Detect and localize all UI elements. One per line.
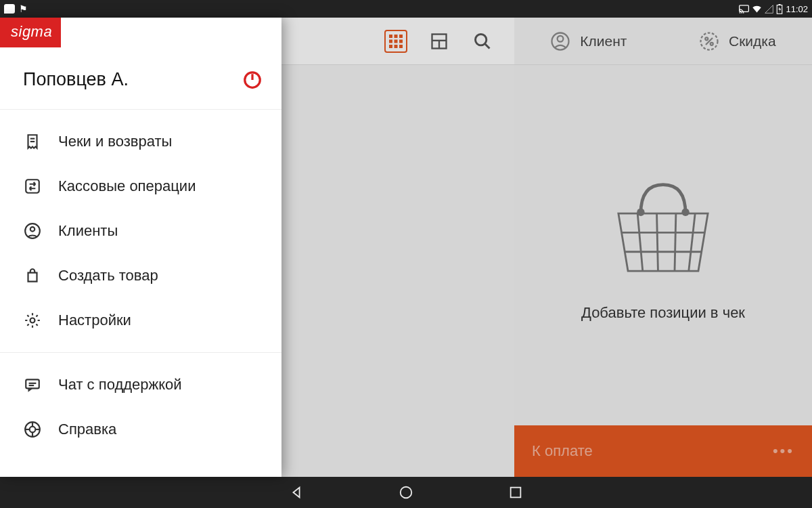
back-icon[interactable] [289,485,304,500]
search-icon[interactable] [471,30,494,53]
status-bar: ⚑ 11:02 [0,0,812,18]
gear-icon [23,311,42,330]
system-navbar [0,477,812,508]
status-icons: 11:02 [739,4,808,14]
menu-label: Кассовые операции [58,177,196,195]
client-label: Клиент [580,33,627,49]
status-time: 11:02 [786,4,808,14]
grid-view-icon[interactable] [384,30,407,53]
menu-item-settings[interactable]: Настройки [0,298,281,343]
menu-item-support-chat[interactable]: Чат с поддержкой [0,362,281,407]
svg-point-48 [401,487,412,499]
menu-label: Клиенты [58,222,118,240]
menu-label: Чеки и возвраты [58,133,172,150]
person-circle-icon [23,221,42,240]
discount-button[interactable]: Скидка [699,31,776,51]
cast-icon [739,5,749,14]
menu-item-cash-ops[interactable]: Кассовые операции [0,164,281,209]
svg-rect-7 [394,39,398,43]
cart-empty-text: Добавьте позиции в чек [581,304,745,322]
menu-item-create-product[interactable]: Создать товар [0,253,281,298]
svg-rect-10 [394,45,398,48]
menu-item-clients[interactable]: Клиенты [0,209,281,253]
client-button[interactable]: Клиент [550,31,627,51]
menu-section-2: Чат с поддержкой Справка [0,353,281,461]
menu-label: Создать товар [58,267,158,284]
svg-line-25 [675,213,676,271]
power-icon[interactable] [242,70,263,90]
svg-point-20 [705,37,708,40]
more-icon[interactable]: ••• [773,442,794,460]
svg-point-38 [30,318,35,323]
home-icon[interactable] [399,485,413,500]
bag-icon [23,266,42,285]
battery-icon [776,4,783,14]
svg-rect-35 [26,179,39,193]
flag-icon: ⚑ [19,4,28,14]
svg-point-15 [476,34,487,45]
svg-rect-9 [389,45,392,48]
svg-rect-49 [511,488,521,498]
svg-rect-5 [399,35,403,38]
swap-icon [23,177,42,196]
menu-item-help[interactable]: Справка [0,407,281,452]
menu-section-1: Чеки и возвраты Кассовые операции Клиент… [0,110,281,352]
signal-icon [765,5,773,14]
discount-icon [699,31,719,51]
recents-icon[interactable] [508,485,523,500]
menu-label: Настройки [58,312,131,329]
pay-button[interactable]: К оплате ••• [514,425,812,477]
svg-point-43 [30,427,36,433]
svg-point-18 [558,35,564,41]
svg-line-22 [706,38,713,45]
svg-rect-8 [399,39,403,43]
svg-line-26 [689,213,695,271]
svg-rect-6 [389,39,392,43]
svg-rect-2 [779,4,781,5]
notification-icon [4,4,15,14]
svg-line-23 [637,213,643,271]
svg-point-37 [30,227,35,232]
svg-point-21 [710,42,713,45]
svg-line-24 [657,213,658,271]
svg-rect-11 [399,45,403,48]
discount-label: Скидка [729,33,776,49]
receipt-icon [23,132,42,151]
navigation-drawer: sigma Поповцев А. Чеки и возвраты Кассов… [0,18,281,477]
basket-icon [599,169,727,284]
chat-icon [23,375,42,394]
menu-item-receipts[interactable]: Чеки и возвраты [0,119,281,164]
brand-logo: sigma [0,18,61,47]
menu-label: Чат с поддержкой [58,376,182,394]
svg-point-30 [681,209,689,216]
svg-line-16 [485,43,490,48]
person-icon [550,31,570,51]
svg-rect-3 [389,35,392,38]
svg-rect-39 [26,379,39,388]
user-name: Поповцев А. [23,69,129,90]
menu-label: Справка [58,421,116,438]
cart-empty-state: Добавьте позиции в чек [514,65,812,425]
pay-label: К оплате [532,442,593,460]
wifi-icon [752,5,762,14]
help-icon [23,420,42,439]
svg-rect-0 [740,5,749,11]
svg-point-29 [637,209,644,216]
layout-view-icon[interactable] [428,30,451,53]
svg-rect-4 [394,35,398,38]
cart-pane: Клиент Скидка Добавьте позиции в чек [514,18,812,477]
